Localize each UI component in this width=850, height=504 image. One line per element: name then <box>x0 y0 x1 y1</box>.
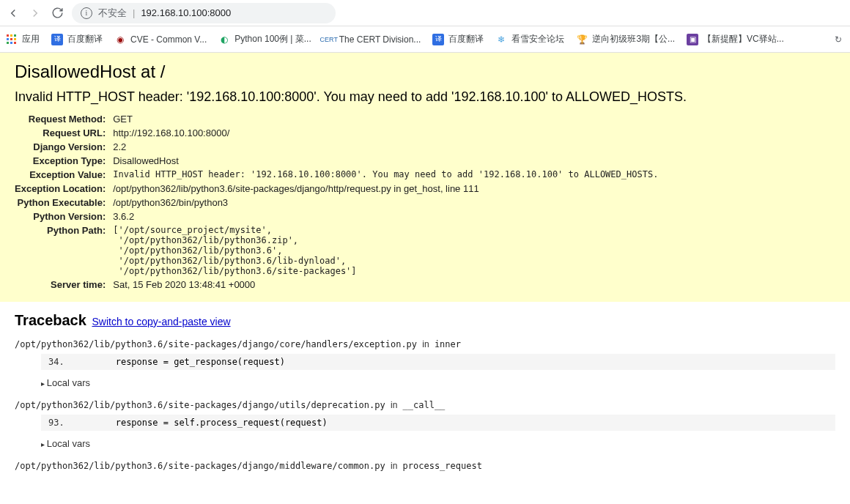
svg-rect-3 <box>7 38 9 40</box>
bookmark-icon: CERT <box>323 34 335 45</box>
bookmarks-overflow-icon[interactable]: ↻ <box>832 34 844 45</box>
bookmark-item[interactable]: 译百度翻译 <box>51 33 103 45</box>
frame-line-number: 34. <box>48 357 64 367</box>
meta-label: Request URL: <box>15 126 113 140</box>
frame-code-text: response = get_response(request) <box>116 357 285 367</box>
bookmark-icon: ❄ <box>495 34 507 45</box>
svg-rect-2 <box>14 34 16 37</box>
bookmark-item[interactable]: 🏆逆向初级班3期【公... <box>576 33 675 45</box>
browser-toolbar: i 不安全 | 192.168.10.100:8000 <box>0 0 850 26</box>
bookmark-item[interactable]: CERTThe CERT Division... <box>323 34 421 45</box>
frame-location: /opt/python362/lib/python3.6/site-packag… <box>15 396 835 413</box>
meta-label: Python Executable: <box>15 196 113 210</box>
svg-rect-8 <box>14 42 16 44</box>
back-button[interactable] <box>6 6 21 21</box>
meta-table: Request Method:GET Request URL:http://19… <box>15 112 658 292</box>
frame-func: __call__ <box>403 400 446 410</box>
traceback-frames: /opt/python362/lib/python3.6/site-packag… <box>0 335 850 481</box>
frame-func: process_request <box>403 461 482 471</box>
meta-value: Sat, 15 Feb 2020 13:48:41 +0000 <box>113 278 658 292</box>
bookmark-label: 【新提醒】VC驿站... <box>703 33 784 45</box>
bookmark-item[interactable]: ◐Python 100例 | 菜... <box>218 33 311 45</box>
switch-view-link[interactable]: Switch to copy-and-paste view <box>92 316 230 327</box>
frame-code-text: response = self.process_request(request) <box>116 418 328 428</box>
meta-value: 2.2 <box>113 140 658 154</box>
apps-button[interactable]: 应用 <box>6 33 40 45</box>
frame-in: in <box>422 339 429 349</box>
forward-button[interactable] <box>28 6 42 21</box>
bookmark-icon: 译 <box>51 34 63 45</box>
meta-value: DisallowedHost <box>113 154 658 168</box>
frame-path: /opt/python362/lib/python3.6/site-packag… <box>15 400 385 410</box>
meta-value: GET <box>113 112 658 126</box>
bookmark-label: 逆向初级班3期【公... <box>592 33 675 45</box>
insecure-label: 不安全 <box>98 7 127 20</box>
meta-label: Python Version: <box>15 210 113 223</box>
meta-label: Exception Type: <box>15 154 113 168</box>
bookmark-item[interactable]: ❄看雪安全论坛 <box>495 33 564 45</box>
meta-label: Server time: <box>15 278 113 292</box>
frame-code[interactable]: 34. response = get_response(request) <box>41 354 835 370</box>
bookmark-item[interactable]: ▣【新提醒】VC驿站... <box>687 33 784 45</box>
meta-label: Python Path: <box>15 223 113 278</box>
local-vars-toggle[interactable]: Local vars <box>41 374 835 396</box>
frame-func: inner <box>435 339 461 349</box>
bookmark-icon: ▣ <box>687 34 698 45</box>
frame-path: /opt/python362/lib/python3.6/site-packag… <box>15 461 385 471</box>
bookmarks-bar: 应用 译百度翻译 ◉CVE - Common V... ◐Python 100例… <box>0 26 850 53</box>
frame-path: /opt/python362/lib/python3.6/site-packag… <box>15 339 417 349</box>
site-info-icon[interactable]: i <box>81 7 92 19</box>
apps-label: 应用 <box>22 33 40 45</box>
bookmark-icon: 译 <box>432 34 444 45</box>
svg-rect-7 <box>10 42 12 44</box>
bookmark-icon: ◉ <box>114 34 126 45</box>
frame-code[interactable]: 93. response = self.process_request(requ… <box>41 415 835 431</box>
bookmark-label: The CERT Division... <box>339 34 421 45</box>
frame-line-number: 93. <box>48 418 64 428</box>
meta-value: http://192.168.10.100:8000/ <box>113 126 658 140</box>
bookmark-label: 百度翻译 <box>448 33 484 45</box>
reload-button[interactable] <box>50 6 64 21</box>
traceback-heading: Traceback <box>15 312 86 328</box>
frame-in: in <box>391 461 397 471</box>
url-text: 192.168.10.100:8000 <box>141 7 231 18</box>
meta-label: Request Method: <box>15 112 113 126</box>
error-subtitle: Invalid HTTP_HOST header: '192.168.10.10… <box>15 89 835 105</box>
bookmark-item[interactable]: 译百度翻译 <box>432 33 484 45</box>
svg-rect-4 <box>10 38 12 40</box>
frame-location: /opt/python362/lib/python3.6/site-packag… <box>15 456 835 474</box>
local-vars-toggle[interactable]: Local vars <box>41 435 835 456</box>
meta-label: Django Version: <box>15 140 113 154</box>
meta-value: 3.6.2 <box>113 210 658 223</box>
apps-icon <box>6 34 18 45</box>
bookmark-label: 百度翻译 <box>67 33 103 45</box>
svg-rect-6 <box>7 42 9 44</box>
address-bar[interactable]: i 不安全 | 192.168.10.100:8000 <box>72 3 336 23</box>
bookmark-icon: ◐ <box>218 34 230 45</box>
svg-rect-1 <box>10 34 12 37</box>
bookmark-label: 看雪安全论坛 <box>511 33 564 45</box>
svg-rect-0 <box>7 34 9 37</box>
meta-label: Exception Location: <box>15 182 113 196</box>
meta-value: Invalid HTTP_HOST header: '192.168.10.10… <box>113 168 658 182</box>
meta-label: Exception Value: <box>15 168 113 182</box>
meta-value: /opt/python362/bin/python3 <box>113 196 658 210</box>
bookmark-label: CVE - Common V... <box>130 34 207 45</box>
meta-value: ['/opt/source_project/mysite', '/opt/pyt… <box>113 223 658 278</box>
bookmark-item[interactable]: ◉CVE - Common V... <box>114 34 207 45</box>
error-title: DisallowedHost at / <box>15 62 835 82</box>
meta-value: /opt/python362/lib/python3.6/site-packag… <box>113 182 658 196</box>
address-separator: | <box>133 7 135 18</box>
bookmark-icon: 🏆 <box>576 34 588 45</box>
traceback-header: Traceback Switch to copy-and-paste view <box>0 302 850 335</box>
svg-rect-5 <box>14 38 16 40</box>
frame-location: /opt/python362/lib/python3.6/site-packag… <box>15 335 835 352</box>
bookmark-label: Python 100例 | 菜... <box>234 33 311 45</box>
frame-in: in <box>391 400 397 410</box>
error-summary: DisallowedHost at / Invalid HTTP_HOST he… <box>0 53 850 302</box>
